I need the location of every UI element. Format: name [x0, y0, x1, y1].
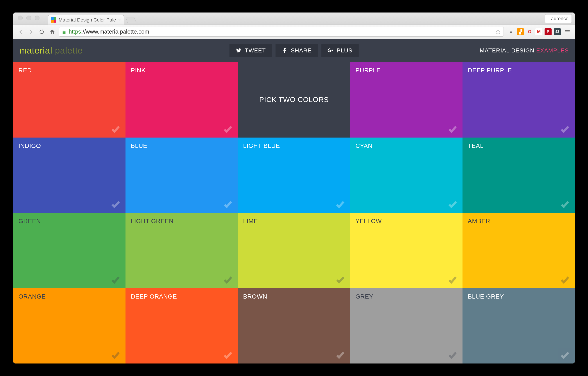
page-content: material palette TWEET SHARE PLUS MATER	[13, 39, 575, 364]
browser-tab[interactable]: Material Design Color Pale ×	[48, 15, 124, 25]
swatch-orange[interactable]: ORANGE	[13, 288, 126, 364]
swatch-label: DEEP ORANGE	[131, 293, 232, 300]
swatch-light-green[interactable]: LIGHT GREEN	[126, 213, 238, 288]
swatch-label: DEEP PURPLE	[468, 67, 570, 74]
swatch-green[interactable]: GREEN	[13, 213, 126, 288]
swatch-label: LIGHT GREEN	[131, 218, 232, 225]
swatch-amber[interactable]: AMBER	[462, 213, 575, 288]
url-scheme: https	[69, 28, 81, 35]
url-text: https://www.materialpalette.com	[69, 28, 493, 35]
swatch-indigo[interactable]: INDIGO	[13, 137, 126, 213]
check-icon	[448, 350, 458, 360]
swatch-yellow[interactable]: YELLOW	[350, 213, 462, 288]
swatch-blue[interactable]: BLUE	[126, 137, 238, 213]
swatch-label: TEAL	[468, 142, 570, 149]
close-tab-icon[interactable]: ×	[118, 18, 121, 22]
window-controls	[13, 12, 43, 21]
check-icon	[223, 275, 233, 285]
window-minimize-button[interactable]	[26, 16, 31, 21]
swatch-brown[interactable]: BROWN	[238, 288, 350, 364]
swatch-label: GREEN	[18, 218, 120, 225]
check-icon	[560, 275, 570, 285]
forward-button[interactable]	[27, 28, 35, 36]
share-button[interactable]: SHARE	[276, 44, 318, 57]
check-icon	[335, 350, 345, 360]
extension-analytics[interactable]: ▞	[517, 28, 524, 35]
swatch-label: YELLOW	[356, 218, 457, 225]
extension-counter[interactable]: 43	[554, 28, 561, 35]
check-icon	[111, 124, 121, 134]
extension-pinterest[interactable]: P	[545, 28, 552, 35]
swatch-label: INDIGO	[18, 142, 120, 149]
check-icon	[223, 124, 233, 134]
browser-window: Material Design Color Pale × Laurence ht…	[13, 12, 575, 364]
swatch-label: BLUE GREY	[468, 293, 570, 300]
check-icon	[335, 275, 345, 285]
swatch-purple[interactable]: PURPLE	[350, 62, 462, 137]
new-tab-button[interactable]	[126, 17, 136, 23]
swatch-deep-orange[interactable]: DEEP ORANGE	[126, 288, 238, 364]
swatch-label: RED	[18, 67, 120, 74]
window-close-button[interactable]	[18, 16, 23, 21]
bookmark-star-icon[interactable]	[495, 29, 501, 35]
swatch-label: BROWN	[243, 293, 345, 300]
swatch-grey[interactable]: GREY	[350, 288, 462, 364]
examples-link[interactable]: MATERIAL DESIGN EXAMPLES	[480, 47, 569, 54]
swatch-deep-purple[interactable]: DEEP PURPLE	[462, 62, 575, 137]
swatch-red[interactable]: RED	[13, 62, 126, 137]
check-icon	[448, 124, 458, 134]
swatch-lime[interactable]: LIME	[238, 213, 350, 288]
arrow-left-icon	[18, 29, 24, 35]
logo-word-2: palette	[55, 46, 83, 55]
home-button[interactable]	[48, 28, 56, 36]
twitter-icon	[236, 47, 242, 53]
extension-opera[interactable]: O	[526, 28, 533, 35]
plus-label: PLUS	[336, 47, 352, 54]
hamburger-icon	[564, 29, 570, 35]
facebook-icon	[282, 47, 288, 53]
tweet-button[interactable]: TWEET	[230, 44, 272, 57]
swatch-label: GREY	[356, 293, 457, 300]
site-header: material palette TWEET SHARE PLUS MATER	[13, 39, 575, 62]
check-icon	[448, 199, 458, 209]
home-icon	[49, 29, 55, 35]
menu-button[interactable]	[563, 28, 571, 36]
back-button[interactable]	[17, 28, 25, 36]
swatch-label: PURPLE	[356, 67, 457, 74]
extension-buffer[interactable]: ≡	[508, 28, 515, 35]
profile-button[interactable]: Laurence	[545, 14, 572, 23]
window-zoom-button[interactable]	[35, 16, 40, 21]
picker-instruction: PICK TWO COLORS	[259, 96, 329, 104]
extension-gmail[interactable]: M	[535, 28, 542, 35]
check-icon	[448, 275, 458, 285]
check-icon	[560, 199, 570, 209]
tweet-label: TWEET	[245, 47, 266, 54]
check-icon	[223, 350, 233, 360]
tab-favicon	[51, 17, 56, 23]
swatch-pink[interactable]: PINK	[126, 62, 238, 137]
swatch-label: BLUE	[131, 142, 232, 149]
address-bar[interactable]: https://www.materialpalette.com	[59, 27, 504, 37]
swatch-teal[interactable]: TEAL	[462, 137, 575, 213]
check-icon	[560, 124, 570, 134]
reload-icon	[39, 29, 45, 35]
swatch-blue-grey[interactable]: BLUE GREY	[462, 288, 575, 364]
swatch-light-blue[interactable]: LIGHT BLUE	[238, 137, 350, 213]
reload-button[interactable]	[38, 28, 46, 36]
swatch-label: LIME	[243, 218, 345, 225]
examples-link-highlight: EXAMPLES	[536, 47, 569, 54]
swatch-cyan[interactable]: CYAN	[350, 137, 462, 213]
check-icon	[111, 275, 121, 285]
url-host: ://www.materialpalette.com	[81, 28, 149, 35]
extension-row: ≡▞OMP43	[506, 28, 561, 35]
swatch-label: AMBER	[468, 218, 570, 225]
check-icon	[335, 199, 345, 209]
plus-button[interactable]: PLUS	[321, 44, 358, 57]
share-button-group: TWEET SHARE PLUS	[230, 44, 359, 57]
swatch-label: CYAN	[356, 142, 457, 149]
examples-link-prefix: MATERIAL DESIGN	[480, 47, 536, 54]
arrow-right-icon	[28, 29, 34, 35]
lock-icon	[62, 29, 66, 34]
site-logo[interactable]: material palette	[19, 46, 83, 55]
check-icon	[560, 350, 570, 360]
